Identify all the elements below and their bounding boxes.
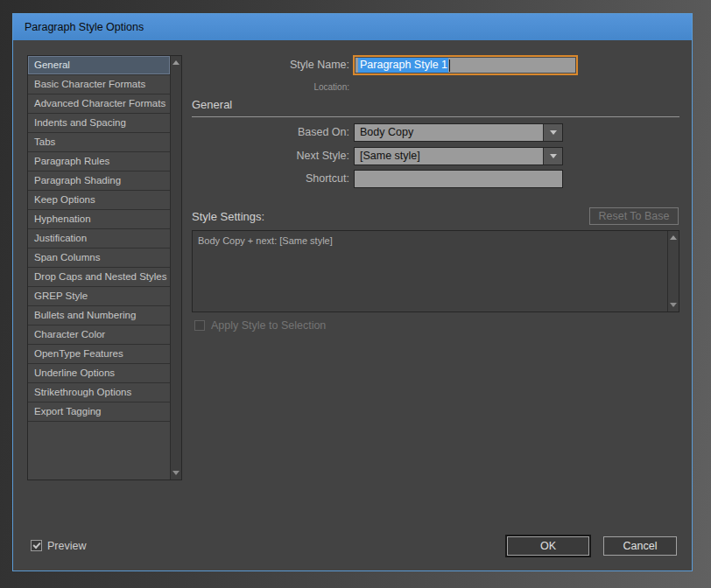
sidebar-item-indents-and-spacing[interactable]: Indents and Spacing [28, 114, 170, 133]
shortcut-label: Shortcut: [192, 170, 349, 188]
general-section-heading: General [192, 98, 232, 111]
section-divider [192, 116, 679, 117]
sidebar-item-paragraph-rules[interactable]: Paragraph Rules [28, 152, 170, 172]
preview-label: Preview [47, 540, 86, 552]
location-label: Location: [192, 82, 349, 92]
scroll-down-icon[interactable] [668, 299, 679, 311]
style-category-list: GeneralBasic Character FormatsAdvanced C… [27, 55, 182, 480]
scroll-up-icon[interactable] [171, 57, 181, 68]
text-caret [449, 60, 450, 72]
sidebar-item-character-color[interactable]: Character Color [28, 326, 170, 345]
apply-style-to-selection-checkbox[interactable] [194, 320, 205, 331]
sidebar-item-basic-character-formats[interactable]: Basic Character Formats [28, 75, 170, 94]
sidebar-item-general[interactable]: General [28, 56, 170, 75]
ok-button[interactable]: OK [507, 536, 589, 556]
next-style-dropdown[interactable]: [Same style] [354, 147, 563, 165]
sidebar-list-items: GeneralBasic Character FormatsAdvanced C… [28, 56, 170, 480]
scroll-down-icon[interactable] [171, 467, 181, 479]
style-settings-label: Style Settings: [192, 210, 264, 223]
sidebar-item-underline-options[interactable]: Underline Options [28, 364, 170, 383]
next-style-value: [Same style] [360, 148, 420, 164]
sidebar-item-advanced-character-formats[interactable]: Advanced Character Formats [28, 94, 170, 114]
next-style-label: Next Style: [192, 147, 349, 165]
style-name-input[interactable]: Paragraph Style 1 [353, 55, 578, 75]
preview-checkbox[interactable] [31, 540, 42, 551]
sidebar-item-paragraph-shading[interactable]: Paragraph Shading [28, 172, 170, 191]
sidebar-item-grep-style[interactable]: GREP Style [28, 287, 170, 306]
based-on-label: Based On: [192, 123, 349, 142]
cancel-button[interactable]: Cancel [603, 536, 677, 556]
sidebar-item-strikethrough-options[interactable]: Strikethrough Options [28, 383, 170, 402]
sidebar-item-bullets-and-numbering[interactable]: Bullets and Numbering [28, 306, 170, 326]
sidebar-item-hyphenation[interactable]: Hyphenation [28, 210, 170, 229]
scroll-up-icon[interactable] [668, 232, 679, 243]
apply-style-to-selection-label: Apply Style to Selection [211, 319, 326, 332]
paragraph-style-options-dialog: Paragraph Style Options GeneralBasic Cha… [12, 13, 693, 571]
style-name-label: Style Name: [192, 55, 349, 74]
dialog-title: Paragraph Style Options [25, 14, 144, 40]
sidebar-item-tabs[interactable]: Tabs [28, 133, 170, 152]
chevron-down-icon [543, 148, 562, 164]
style-name-selected-text: Paragraph Style 1 [358, 58, 448, 73]
style-settings-summary: Body Copy + next: [Same style] [192, 230, 679, 312]
settings-scrollbar[interactable] [667, 231, 679, 312]
sidebar-item-keep-options[interactable]: Keep Options [28, 191, 170, 210]
chevron-down-icon [543, 124, 562, 141]
shortcut-input[interactable] [354, 170, 563, 188]
sidebar-item-drop-caps-and-nested-styles[interactable]: Drop Caps and Nested Styles [28, 268, 170, 287]
sidebar-item-opentype-features[interactable]: OpenType Features [28, 345, 170, 364]
based-on-dropdown[interactable]: Body Copy [354, 123, 563, 142]
sidebar-item-justification[interactable]: Justification [28, 229, 170, 248]
sidebar-item-export-tagging[interactable]: Export Tagging [28, 402, 170, 422]
reset-to-base-button[interactable]: Reset To Base [589, 207, 679, 225]
sidebar-scrollbar[interactable] [170, 56, 181, 480]
dialog-titlebar[interactable]: Paragraph Style Options [13, 14, 692, 40]
style-settings-summary-text: Body Copy + next: [Same style] [198, 235, 663, 246]
based-on-value: Body Copy [360, 124, 413, 141]
sidebar-item-span-columns[interactable]: Span Columns [28, 248, 170, 268]
